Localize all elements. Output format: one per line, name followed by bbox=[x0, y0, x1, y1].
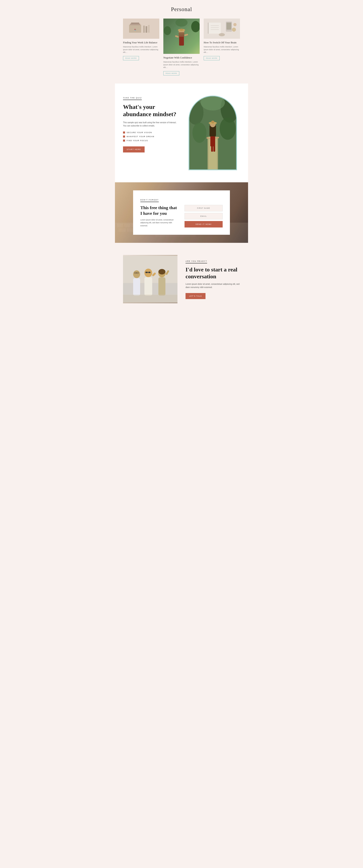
svg-rect-15 bbox=[180, 29, 183, 31]
svg-rect-5 bbox=[146, 26, 147, 33]
svg-point-11 bbox=[191, 21, 200, 32]
first-name-input[interactable] bbox=[184, 205, 223, 211]
quiz-subtext: This sample quiz was built using the fre… bbox=[123, 121, 178, 127]
svg-rect-22 bbox=[208, 23, 209, 34]
conversation-section: ARE YOU READY? I'd love to start a real … bbox=[115, 243, 248, 315]
blog-card-2-excerpt: Maecenas faucibus mollis interdum. Lorem… bbox=[163, 61, 200, 69]
blog-grid: 📚 Finding Your Work Life Balance Maecena… bbox=[123, 19, 240, 75]
svg-point-28 bbox=[233, 23, 237, 26]
email-input[interactable] bbox=[184, 213, 223, 219]
quiz-right-column bbox=[185, 96, 240, 170]
svg-rect-50 bbox=[124, 224, 130, 227]
svg-point-80 bbox=[144, 269, 152, 277]
blog-card-3-excerpt: Maecenas faucibus mollis interdum. Lorem… bbox=[204, 45, 240, 54]
conversation-image-column bbox=[123, 255, 178, 303]
svg-rect-4 bbox=[143, 26, 145, 33]
svg-rect-76 bbox=[133, 278, 140, 296]
svg-rect-47 bbox=[213, 146, 215, 152]
cta-banner: DON'T FORGET This free thing that I have… bbox=[115, 182, 248, 243]
conversation-description: Lorem ipsum dolor sit amet, consectetuer… bbox=[185, 283, 240, 289]
blog-card-1-image: 📚 bbox=[123, 19, 159, 39]
conversation-content: ARE YOU READY? I'd love to start a real … bbox=[115, 243, 248, 315]
svg-rect-19 bbox=[179, 32, 184, 37]
svg-point-12 bbox=[176, 19, 187, 27]
svg-rect-27 bbox=[226, 23, 231, 30]
cta-text-column: This free thing that I have for you Lore… bbox=[140, 205, 179, 227]
svg-point-35 bbox=[192, 123, 207, 143]
svg-rect-82 bbox=[146, 272, 148, 273]
quiz-arch-image-inner bbox=[189, 96, 236, 169]
svg-rect-43 bbox=[210, 136, 215, 147]
conversation-image bbox=[123, 255, 178, 303]
quiz-list: SECURE YOUR VISION MANIFEST YOUR DREAM F… bbox=[123, 131, 178, 142]
lets-talk-button[interactable]: LET'S TALK bbox=[185, 293, 206, 299]
blog-section: Personal 📚 Findin bbox=[115, 0, 248, 84]
svg-rect-46 bbox=[211, 146, 213, 152]
quiz-list-item-3: FIND YOUR FOCUS bbox=[123, 140, 178, 142]
cta-inner: This free thing that I have for you Lore… bbox=[140, 205, 223, 227]
cta-description: Lorem ipsum dolor sit amet, consectetuer… bbox=[140, 218, 179, 227]
svg-rect-21 bbox=[208, 23, 221, 34]
svg-point-10 bbox=[164, 26, 171, 35]
conversation-label: ARE YOU READY? bbox=[185, 260, 207, 264]
svg-rect-61 bbox=[119, 228, 126, 232]
blog-card-2: Negotiate With Confidence Maecenas fauci… bbox=[163, 19, 200, 75]
quiz-heading: What's your abundance mindset? bbox=[123, 103, 178, 118]
quiz-label: TAKE THE QUIZ bbox=[123, 97, 142, 100]
blog-card-1-read-more[interactable]: READ MORE bbox=[123, 56, 139, 60]
svg-rect-3 bbox=[131, 23, 139, 24]
start-quiz-button[interactable]: START HERE bbox=[123, 147, 145, 152]
quiz-list-item-2: MANIFEST YOUR DREAM bbox=[123, 135, 178, 137]
quiz-section: TAKE THE QUIZ What's your abundance mind… bbox=[115, 84, 248, 182]
svg-text:📚: 📚 bbox=[134, 29, 136, 31]
cta-form-column: SEND IT NOW! bbox=[184, 205, 223, 227]
svg-rect-88 bbox=[158, 277, 165, 296]
svg-rect-83 bbox=[148, 272, 150, 273]
svg-rect-49 bbox=[117, 224, 123, 227]
blog-card-3: How To Switch Off Your Brain Maecenas fa… bbox=[204, 19, 240, 60]
svg-point-36 bbox=[220, 118, 236, 140]
svg-point-30 bbox=[219, 33, 225, 36]
quiz-left-column: TAKE THE QUIZ What's your abundance mind… bbox=[123, 96, 178, 152]
svg-rect-42 bbox=[211, 121, 214, 123]
cta-label: DON'T FORGET bbox=[140, 199, 159, 202]
svg-rect-2 bbox=[130, 24, 140, 25]
quiz-arch-image bbox=[188, 96, 237, 170]
site-title: Personal bbox=[123, 6, 240, 12]
svg-rect-1 bbox=[129, 25, 141, 33]
blog-card-3-image bbox=[204, 19, 240, 39]
svg-point-29 bbox=[232, 28, 236, 32]
svg-rect-62 bbox=[127, 228, 133, 232]
svg-rect-81 bbox=[144, 277, 152, 296]
svg-point-75 bbox=[133, 270, 140, 278]
conversation-text-column: ARE YOU READY? I'd love to start a real … bbox=[185, 259, 240, 299]
blog-card-1-title: Finding Your Work Life Balance bbox=[123, 41, 159, 44]
send-button[interactable]: SEND IT NOW! bbox=[184, 221, 223, 227]
svg-rect-6 bbox=[148, 25, 150, 33]
svg-rect-91 bbox=[123, 294, 178, 303]
blog-card-1: 📚 Finding Your Work Life Balance Maecena… bbox=[123, 19, 159, 60]
blog-card-1-excerpt: Maecenas faucibus mollis interdum. Lorem… bbox=[123, 45, 159, 54]
blog-card-2-title: Negotiate With Confidence bbox=[163, 56, 200, 60]
cta-heading: This free thing that I have for you bbox=[140, 205, 179, 216]
blog-card-2-read-more[interactable]: READ MORE bbox=[163, 71, 179, 75]
blog-card-3-title: How To Switch Off Your Brain bbox=[204, 41, 240, 44]
quiz-list-item-1: SECURE YOUR VISION bbox=[123, 131, 178, 133]
svg-point-89 bbox=[158, 269, 165, 275]
conversation-heading: I'd love to start a real conversation bbox=[185, 266, 240, 280]
blog-card-2-image bbox=[163, 19, 200, 54]
cta-section: DON'T FORGET This free thing that I have… bbox=[115, 182, 248, 243]
cta-card: DON'T FORGET This free thing that I have… bbox=[133, 190, 230, 235]
blog-card-3-read-more[interactable]: READ MORE bbox=[204, 56, 220, 60]
